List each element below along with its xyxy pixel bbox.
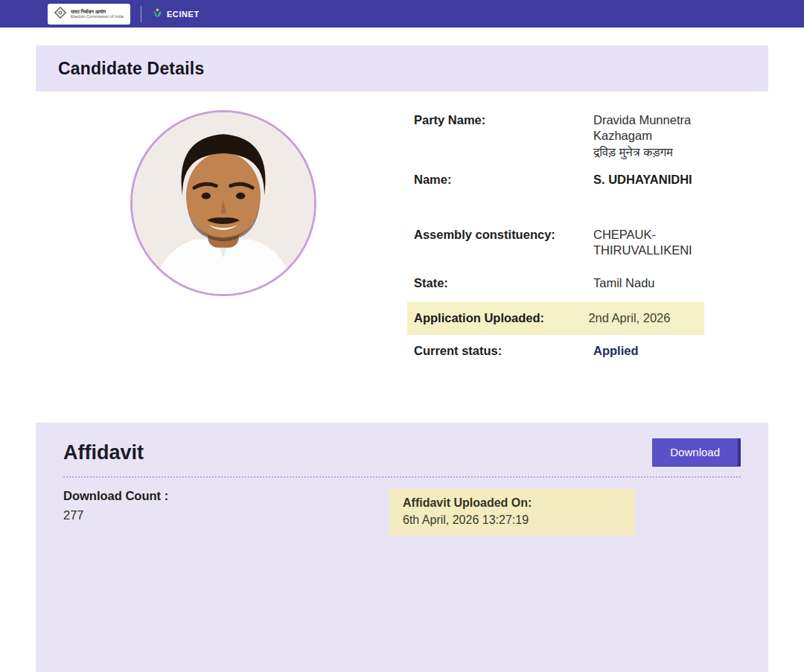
eci-logo-line1: भारत निर्वाचन आयोग [71,9,124,14]
state-label: State: [414,275,593,291]
assembly-constituency-value: CHEPAUK-THIRUVALLIKENI [593,227,712,259]
eci-emblem-icon [54,7,66,22]
state-value: Tamil Nadu [593,275,712,291]
field-row-assembly-constituency: Assembly constituency: CHEPAUK-THIRUVALL… [414,227,712,259]
name-value: S. UDHAYANIDHI [593,172,712,188]
application-uploaded-value: 2nd April, 2026 [588,310,704,326]
party-name-label: Party Name: [414,112,593,160]
header-divider [141,6,141,22]
affidavit-header: Affidavit Download [63,438,741,467]
field-row-name: Name: S. UDHAYANIDHI [414,172,712,188]
name-label: Name: [414,172,593,188]
candidate-photo [130,110,316,296]
candidate-photo-wrap [36,92,411,419]
field-row-application-uploaded-highlight: Application Uploaded: 2nd April, 2026 [407,302,704,334]
affidavit-uploaded-label: Affidavit Uploaded On: [403,496,622,510]
app-header: भारत निर्वाचन आयोग Election Commission o… [0,0,804,28]
current-status-value: Applied [593,343,712,359]
download-button[interactable]: Download [652,438,741,467]
field-row-party: Party Name: Dravida Munnetra Kazhagam द्… [414,112,712,160]
party-name-hindi: द्रविड़ मुनेत्र कड़गम [593,144,712,160]
dotted-divider [63,476,741,478]
party-name-value: Dravida Munnetra Kazhagam द्रविड़ मुनेत्… [593,112,712,160]
affidavit-uploaded-value: 6th April, 2026 13:27:19 [403,513,622,527]
candidate-details-body: Party Name: Dravida Munnetra Kazhagam द्… [36,92,768,419]
ecinet-icon [152,7,163,20]
assembly-constituency-label: Assembly constituency: [414,227,593,259]
affidavit-uploaded-highlight: Affidavit Uploaded On: 6th April, 2026 1… [389,489,635,536]
current-status-label: Current status: [414,343,593,359]
party-name-english: Dravida Munnetra Kazhagam [593,112,712,144]
eci-logo-line2: Election Commission of India [71,14,124,19]
affidavit-body: Download Count : 277 Affidavit Uploaded … [63,489,741,536]
download-count-value: 277 [63,508,389,522]
application-uploaded-label: Application Uploaded: [414,310,588,326]
affidavit-title: Affidavit [63,441,144,464]
page-title: Candidate Details [58,59,204,79]
field-row-state: State: Tamil Nadu [414,275,712,291]
download-count-label: Download Count : [63,489,389,503]
field-row-current-status: Current status: Applied [414,343,712,359]
candidate-details-header: Candidate Details [36,45,768,92]
eci-logo[interactable]: भारत निर्वाचन आयोग Election Commission o… [48,4,130,25]
ecinet-logo[interactable]: ECINET [152,7,200,20]
affidavit-section: Affidavit Download Download Count : 277 … [36,423,768,672]
download-count-block: Download Count : 277 [63,489,389,536]
candidate-fields: Party Name: Dravida Munnetra Kazhagam द्… [411,92,712,419]
eci-logo-text: भारत निर्वाचन आयोग Election Commission o… [71,9,124,19]
ecinet-label: ECINET [167,10,200,19]
candidate-details-card: Candidate Details [36,45,768,419]
